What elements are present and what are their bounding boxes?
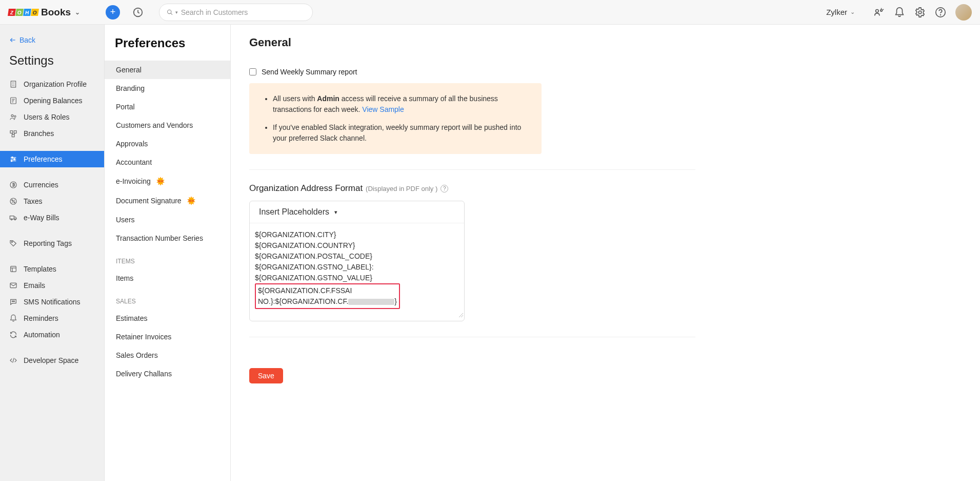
svg-point-4: [881, 9, 883, 11]
preferences-nav-label: Retainer Invoices: [116, 333, 171, 341]
preferences-section-heading: SALES: [105, 287, 230, 309]
preferences-nav-item[interactable]: Delivery Challans: [105, 364, 230, 383]
search-scope-caret-icon[interactable]: ▾: [175, 10, 178, 15]
svg-point-22: [11, 114, 13, 117]
settings-nav-item[interactable]: Developer Space: [0, 352, 104, 369]
svg-point-38: [12, 200, 13, 201]
address-placeholder-line: ${ORGANIZATION.GSTNO_LABEL}:: [255, 262, 459, 273]
svg-point-1: [168, 10, 171, 13]
settings-nav-item[interactable]: Reminders: [0, 310, 104, 326]
refer-icon[interactable]: [873, 7, 885, 18]
info-item: All users with Admin access will receive…: [273, 93, 528, 115]
preferences-nav-item[interactable]: Estimates: [105, 309, 230, 328]
divider: [249, 337, 695, 337]
preferences-nav-item[interactable]: General: [105, 61, 230, 79]
new-badge-icon: NEW: [187, 196, 196, 205]
settings-nav-item[interactable]: Opening Balances: [0, 92, 104, 109]
save-button[interactable]: Save: [249, 368, 283, 383]
address-format-heading: Organization Address Format (Displayed i…: [249, 183, 962, 194]
org-switcher[interactable]: Zylker ⌄: [826, 8, 855, 16]
svg-line-2: [171, 13, 172, 14]
settings-nav-label: SMS Notifications: [24, 298, 80, 306]
preferences-nav-item[interactable]: Approvals: [105, 134, 230, 153]
notifications-icon[interactable]: [894, 7, 905, 18]
svg-point-43: [11, 241, 12, 242]
preferences-nav-item[interactable]: Sales Orders: [105, 346, 230, 364]
svg-point-23: [14, 116, 16, 117]
settings-nav-item[interactable]: Templates: [0, 261, 104, 277]
preferences-nav-item[interactable]: Document SignatureNEW: [105, 191, 230, 210]
settings-nav-item[interactable]: Taxes: [0, 193, 104, 209]
template-icon: [9, 265, 17, 273]
tag-icon: [9, 239, 17, 247]
back-button[interactable]: Back: [0, 34, 104, 46]
users-icon: [9, 113, 17, 121]
address-placeholder-line: ${ORGANIZATION.COUNTRY}: [255, 240, 459, 251]
insert-placeholders-dropdown[interactable]: Insert Placeholders ▾: [250, 201, 464, 223]
settings-nav-item[interactable]: Emails: [0, 277, 104, 294]
topbar: ZOHO Books ⌄ + ▾ Zylker ⌄: [0, 0, 980, 25]
settings-nav-label: Templates: [24, 265, 56, 273]
svg-line-51: [13, 358, 14, 362]
address-format-textarea[interactable]: ${ORGANIZATION.CITY}${ORGANIZATION.COUNT…: [250, 223, 464, 321]
content-area: General Send Weekly Summary report All u…: [231, 25, 980, 481]
preferences-nav-label: Approvals: [116, 140, 148, 148]
settings-nav-item[interactable]: Preferences: [0, 151, 104, 167]
help-tooltip-icon[interactable]: ?: [441, 185, 448, 193]
search-input[interactable]: [181, 8, 305, 16]
svg-point-9: [941, 14, 941, 15]
preferences-nav-item[interactable]: e-InvoicingNEW: [105, 171, 230, 191]
svg-text:NEW: NEW: [157, 180, 163, 183]
search-box[interactable]: ▾: [159, 4, 313, 21]
svg-point-3: [876, 9, 879, 12]
org-name: Zylker: [826, 8, 847, 16]
preferences-nav-item[interactable]: Users: [105, 210, 230, 229]
caret-down-icon: ▾: [334, 209, 337, 216]
svg-point-42: [14, 219, 16, 220]
preferences-nav-item[interactable]: Retainer Invoices: [105, 328, 230, 346]
preferences-nav-item[interactable]: Branding: [105, 79, 230, 98]
sms-icon: [9, 298, 17, 306]
view-sample-link[interactable]: View Sample: [362, 105, 404, 113]
resize-handle-icon[interactable]: [458, 311, 463, 320]
app-switcher[interactable]: ZOHO Books ⌄: [8, 7, 80, 18]
preferences-nav-label: Users: [116, 216, 135, 224]
settings-nav-item[interactable]: Reporting Tags: [0, 235, 104, 252]
weekly-summary-checkbox[interactable]: [249, 68, 256, 75]
code-icon: [9, 356, 17, 364]
arrow-left-icon: [9, 36, 16, 44]
preferences-nav-label: Portal: [116, 103, 135, 111]
settings-nav-item[interactable]: Users & Roles: [0, 109, 104, 125]
settings-nav-item[interactable]: Organization Profile: [0, 76, 104, 92]
preferences-nav-item[interactable]: Accountant: [105, 153, 230, 171]
preferences-nav-label: Sales Orders: [116, 351, 158, 359]
preferences-nav-item[interactable]: Portal: [105, 98, 230, 116]
settings-nav-item[interactable]: e-Way Bills: [0, 209, 104, 226]
quick-create-button[interactable]: +: [106, 5, 120, 20]
settings-nav-label: Reporting Tags: [24, 239, 72, 247]
settings-nav-item[interactable]: SMS Notifications: [0, 294, 104, 310]
bell-icon: [9, 314, 17, 322]
svg-rect-11: [11, 81, 15, 87]
custom-placeholder-highlight: ${ORGANIZATION.CF.FSSAI NO.}:${ORGANIZAT…: [255, 283, 400, 309]
settings-nav-item[interactable]: Automation: [0, 326, 104, 343]
weekly-summary-checkbox-row[interactable]: Send Weekly Summary report: [249, 68, 962, 76]
preferences-nav-label: Delivery Challans: [116, 370, 172, 378]
svg-rect-25: [14, 131, 16, 133]
help-icon[interactable]: [935, 7, 946, 18]
preferences-nav-item[interactable]: Transaction Number Series: [105, 229, 230, 247]
settings-nav-item[interactable]: Branches: [0, 125, 104, 142]
settings-nav-label: Emails: [24, 281, 45, 290]
avatar[interactable]: [955, 4, 972, 21]
preferences-nav-item[interactable]: Customers and Vendors: [105, 116, 230, 134]
new-badge-icon: NEW: [156, 177, 165, 186]
preferences-nav-label: General: [116, 66, 142, 74]
history-icon[interactable]: [132, 7, 144, 18]
settings-nav-item[interactable]: Currencies: [0, 177, 104, 193]
preferences-nav-item[interactable]: Items: [105, 269, 230, 287]
chevron-down-icon: ⌄: [75, 9, 80, 16]
divider: [249, 169, 695, 170]
settings-icon[interactable]: [914, 7, 926, 18]
settings-title: Settings: [0, 46, 104, 76]
address-placeholder-line: ${ORGANIZATION.POSTAL_CODE}: [255, 251, 459, 262]
